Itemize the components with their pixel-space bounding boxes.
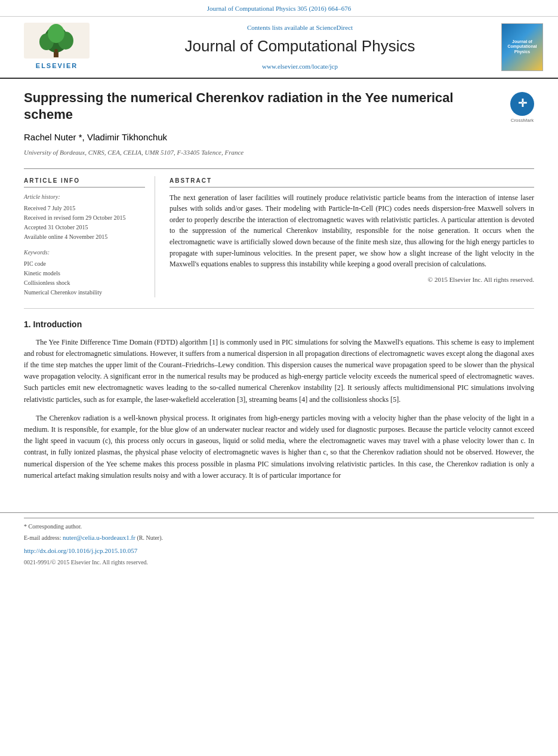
intro-paragraph-1: The Yee Finite Difference Time Domain (F… xyxy=(24,337,534,405)
info-abstract-section: Article info Article history: Received 7… xyxy=(24,168,534,297)
introduction-section: 1. Introduction The Yee Finite Differenc… xyxy=(24,318,534,481)
affiliation-text: University of Bordeaux, CNRS, CEA, CELIA… xyxy=(24,147,534,158)
journal-thumb-label: Journal ofComputationalPhysics xyxy=(508,39,537,54)
sciencedirect-link: Contents lists available at ScienceDirec… xyxy=(107,23,492,33)
keyword-3: Collisionless shock xyxy=(24,278,145,288)
corresponding-author-note: * Corresponding author. xyxy=(24,522,534,531)
elsevier-tree-icon xyxy=(24,23,90,59)
svg-point-6 xyxy=(54,49,58,53)
abstract-heading: Abstract xyxy=(169,176,534,188)
intro-title: Introduction xyxy=(33,319,82,329)
keywords-label: Keywords: xyxy=(24,248,145,257)
email-anchor[interactable]: nuter@celia.u-bordeaux1.fr xyxy=(63,534,135,541)
doi-line: http://dx.doi.org/10.1016/j.jcp.2015.10.… xyxy=(24,546,534,556)
keyword-4: Numerical Cherenkov instability xyxy=(24,288,145,297)
journal-header: ELSEVIER Contents lists available at Sci… xyxy=(0,17,558,79)
email-suffix: (R. Nuter). xyxy=(137,534,163,541)
crossmark-icon: ✛ xyxy=(510,92,534,116)
abstract-text: The next generation of laser facilities … xyxy=(169,192,534,270)
corresponding-label: * Corresponding author. xyxy=(24,523,82,530)
available-date: Available online 4 November 2015 xyxy=(24,232,145,242)
journal-thumbnail-area: Journal ofComputationalPhysics xyxy=(498,23,546,71)
history-label: Article history: xyxy=(24,192,145,201)
elsevier-logo: ELSEVIER xyxy=(12,23,101,71)
received-date: Received 7 July 2015 xyxy=(24,204,145,213)
elsevier-logo-area: ELSEVIER xyxy=(12,23,101,71)
crossmark-badge-area: ✛ CrossMark xyxy=(510,92,534,124)
issn-line: 0021-9991/© 2015 Elsevier Inc. All right… xyxy=(24,558,534,567)
copyright-line: © 2015 Elsevier Inc. All rights reserved… xyxy=(169,275,534,285)
svg-point-5 xyxy=(48,24,64,43)
footer-divider xyxy=(24,518,534,518)
top-citation-bar: Journal of Computational Physics 305 (20… xyxy=(0,0,558,17)
sciencedirect-anchor[interactable]: ScienceDirect xyxy=(316,24,353,31)
journal-url-text: www.elsevier.com/locate/jcp xyxy=(107,62,492,72)
introduction-heading: 1. Introduction xyxy=(24,318,534,331)
authors-line: Rachel Nuter *, Vladimir Tikhonchuk xyxy=(24,131,534,145)
journal-thumb-image: Journal ofComputationalPhysics xyxy=(501,23,543,71)
doi-link[interactable]: http://dx.doi.org/10.1016/j.jcp.2015.10.… xyxy=(24,547,137,554)
article-body: ✛ CrossMark Suppressing the numerical Ch… xyxy=(0,79,558,500)
intro-paragraph-2: The Cherenkov radiation is a well-known … xyxy=(24,413,534,481)
journal-title-text: Journal of Computational Physics xyxy=(107,35,492,58)
journal-thumbnail: Journal ofComputationalPhysics xyxy=(501,23,543,71)
abstract-column: Abstract The next generation of laser fa… xyxy=(169,176,534,297)
section-divider xyxy=(24,308,534,309)
citation-text: Journal of Computational Physics 305 (20… xyxy=(207,5,351,12)
accepted-date: Accepted 31 October 2015 xyxy=(24,223,145,232)
article-info-column: Article info Article history: Received 7… xyxy=(24,176,155,297)
elsevier-label-text: ELSEVIER xyxy=(36,61,78,71)
article-footer: * Corresponding author. E-mail address: … xyxy=(0,512,558,573)
intro-number: 1. xyxy=(24,319,31,329)
keyword-1: PIC code xyxy=(24,259,145,269)
journal-title-area: Contents lists available at ScienceDirec… xyxy=(107,23,492,72)
crossmark-label: CrossMark xyxy=(510,117,534,124)
intro-para1-text: The Yee Finite Difference Time Domain (F… xyxy=(24,338,534,404)
email-label: E-mail address: xyxy=(24,534,61,541)
article-info-heading: Article info xyxy=(24,176,145,188)
keyword-2: Kinetic models xyxy=(24,269,145,278)
author-names: Rachel Nuter *, Vladimir Tikhonchuk xyxy=(24,132,167,142)
email-line: E-mail address: nuter@celia.u-bordeaux1.… xyxy=(24,533,534,543)
contents-label: Contents lists available at xyxy=(247,24,315,31)
article-title: Suppressing the numerical Cherenkov radi… xyxy=(24,90,534,124)
revised-date: Received in revised form 29 October 2015 xyxy=(24,213,145,223)
intro-para2-text: The Cherenkov radiation is a well-known … xyxy=(24,414,534,480)
